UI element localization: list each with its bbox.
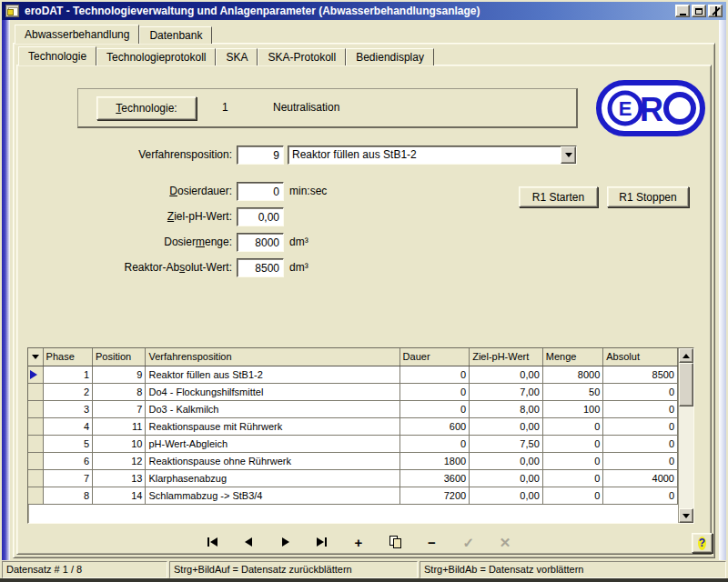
dosiermenge-input[interactable] bbox=[237, 233, 284, 252]
copy-record-button[interactable] bbox=[381, 533, 409, 551]
cell[interactable]: 0 bbox=[603, 383, 678, 400]
cell[interactable]: 12 bbox=[93, 452, 146, 469]
cell[interactable]: pH-Wert-Abgleich bbox=[146, 435, 399, 452]
cell[interactable]: Reaktor füllen aus StB1-2 bbox=[146, 366, 399, 383]
table-row[interactable]: 713Klarphasenabzug36000,0004000 bbox=[28, 469, 678, 487]
cell[interactable]: 1800 bbox=[399, 452, 470, 469]
cell[interactable]: Do3 - Kalkmilch bbox=[146, 400, 399, 417]
grid-vertical-scrollbar[interactable] bbox=[678, 348, 693, 523]
cell[interactable]: 0 bbox=[399, 383, 470, 400]
cell[interactable]: 10 bbox=[93, 435, 146, 452]
cell[interactable]: 7 bbox=[43, 469, 92, 487]
cell[interactable]: 0 bbox=[603, 435, 678, 452]
reaktor-absolut-wert-input[interactable] bbox=[237, 258, 284, 277]
cell[interactable]: 100 bbox=[542, 400, 603, 417]
column-header-menge[interactable]: Menge bbox=[542, 348, 603, 366]
cell[interactable]: 0 bbox=[542, 452, 603, 469]
r1-starten-button[interactable]: R1 Starten bbox=[519, 186, 598, 207]
last-record-button[interactable] bbox=[308, 533, 336, 551]
cell[interactable]: Reaktionspause mit Rührwerk bbox=[146, 417, 399, 435]
tab-technologieprotokoll[interactable]: Technologieprotokoll bbox=[96, 48, 216, 65]
cell[interactable]: 0 bbox=[542, 487, 603, 504]
column-header-ziel-ph-wert[interactable]: Ziel-pH-Wert bbox=[470, 348, 543, 366]
cell[interactable]: Schlammabzug -> StB3/4 bbox=[146, 487, 399, 504]
cell[interactable]: 7200 bbox=[399, 487, 470, 504]
table-row[interactable]: 411Reaktionspause mit Rührwerk6000,0000 bbox=[28, 417, 678, 435]
cell[interactable]: 0 bbox=[603, 487, 678, 504]
cell[interactable]: 4 bbox=[43, 417, 92, 435]
table-row[interactable]: 814Schlammabzug -> StB3/472000,0000 bbox=[28, 487, 678, 504]
tab-abwasserbehandlung[interactable]: Abwasserbehandlung bbox=[15, 25, 139, 44]
scroll-up-button[interactable] bbox=[679, 348, 693, 363]
cell[interactable]: 8500 bbox=[603, 366, 678, 383]
scrollbar-thumb[interactable] bbox=[679, 363, 693, 406]
cell[interactable]: 0 bbox=[399, 435, 470, 452]
scroll-down-button[interactable] bbox=[679, 508, 693, 523]
tab-datenbank[interactable]: Datenbank bbox=[139, 26, 212, 44]
combobox-dropdown-button[interactable] bbox=[561, 146, 576, 164]
title-bar[interactable]: eroDAT - Technologieverwaltung und Anlag… bbox=[2, 2, 726, 20]
table-row[interactable]: 28Do4 - Flockungshilfsmittel07,00500 bbox=[28, 383, 678, 400]
cell[interactable]: 0 bbox=[542, 469, 603, 487]
cell[interactable]: Reaktionspause ohne Rührwerk bbox=[146, 452, 399, 469]
cell[interactable]: 8 bbox=[43, 487, 92, 504]
cancel-record-button[interactable]: ✕ bbox=[491, 533, 519, 551]
maximize-button[interactable] bbox=[692, 5, 706, 17]
cell[interactable]: Do4 - Flockungshilfsmittel bbox=[146, 383, 399, 400]
cell[interactable]: 600 bbox=[399, 417, 470, 435]
post-record-button[interactable]: ✓ bbox=[455, 533, 482, 551]
cell[interactable]: 8,00 bbox=[470, 400, 543, 417]
cell[interactable]: 5 bbox=[43, 435, 92, 452]
cell[interactable]: 0,00 bbox=[470, 469, 543, 487]
column-header-position[interactable]: Position bbox=[93, 348, 146, 366]
next-record-button[interactable] bbox=[272, 533, 299, 551]
scrollbar-track[interactable] bbox=[679, 406, 693, 508]
cell[interactable]: 0 bbox=[542, 435, 603, 452]
column-header-verfahrensposition[interactable]: Verfahrensposition bbox=[146, 348, 399, 366]
tab-bediendisplay[interactable]: Bediendisplay bbox=[346, 48, 434, 65]
cell[interactable]: 1 bbox=[43, 366, 92, 383]
cell[interactable]: 0,00 bbox=[470, 487, 543, 504]
cell[interactable]: 6 bbox=[43, 452, 92, 469]
ziel-ph-wert-input[interactable] bbox=[237, 207, 284, 226]
cell[interactable]: 14 bbox=[93, 487, 146, 504]
table-row[interactable]: 510pH-Wert-Abgleich07,5000 bbox=[28, 435, 678, 452]
prior-record-button[interactable] bbox=[235, 533, 262, 551]
cell[interactable]: 0 bbox=[399, 366, 470, 383]
tab-ska-protokoll[interactable]: SKA-Protokoll bbox=[258, 48, 346, 65]
tab-ska[interactable]: SKA bbox=[216, 48, 258, 65]
column-header-phase[interactable]: Phase bbox=[43, 348, 92, 366]
cell[interactable]: 0 bbox=[542, 417, 603, 435]
column-header-absolut[interactable]: Absolut bbox=[603, 348, 678, 366]
dosierdauer-input[interactable] bbox=[237, 182, 284, 201]
cell[interactable]: 3600 bbox=[399, 469, 470, 487]
table-row[interactable]: 37Do3 - Kalkmilch08,001000 bbox=[28, 400, 678, 417]
cell[interactable]: 8 bbox=[93, 383, 146, 400]
cell[interactable]: 7 bbox=[93, 400, 146, 417]
technologie-button[interactable]: Technologie: bbox=[96, 96, 197, 120]
cell[interactable]: 2 bbox=[43, 383, 92, 400]
cell[interactable]: 50 bbox=[542, 383, 603, 400]
r1-stoppen-button[interactable]: R1 Stoppen bbox=[607, 186, 689, 207]
verfahrensposition-input[interactable] bbox=[237, 146, 284, 165]
cell[interactable]: 7,00 bbox=[470, 383, 543, 400]
minimize-button[interactable] bbox=[675, 5, 690, 17]
table-row[interactable]: 19Reaktor füllen aus StB1-200,0080008500 bbox=[28, 366, 678, 383]
tab-technologie[interactable]: Technologie bbox=[18, 46, 96, 65]
table-row[interactable]: 612Reaktionspause ohne Rührwerk18000,000… bbox=[28, 452, 678, 469]
cell[interactable]: 0 bbox=[603, 417, 678, 435]
close-button[interactable] bbox=[708, 5, 723, 17]
help-button[interactable]: ? bbox=[692, 533, 713, 553]
cell[interactable]: 0,00 bbox=[470, 366, 543, 383]
cell[interactable]: 13 bbox=[93, 469, 146, 487]
first-record-button[interactable] bbox=[198, 533, 226, 551]
cell[interactable]: 7,50 bbox=[470, 435, 543, 452]
cell[interactable]: 0 bbox=[399, 400, 470, 417]
cell[interactable]: 4000 bbox=[603, 469, 678, 487]
cell[interactable]: 0 bbox=[603, 400, 678, 417]
insert-record-button[interactable]: + bbox=[345, 533, 372, 551]
cell[interactable]: 0 bbox=[603, 452, 678, 469]
column-header-dauer[interactable]: Dauer bbox=[399, 348, 470, 366]
cell[interactable]: 3 bbox=[43, 400, 92, 417]
cell[interactable]: 0,00 bbox=[470, 417, 543, 435]
